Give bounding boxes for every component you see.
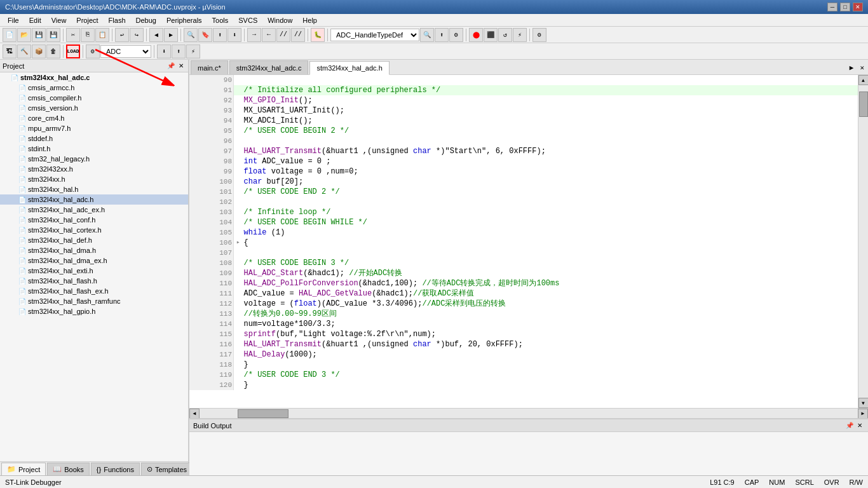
tree-item[interactable]: 📄stm32l4xx_hal_adc_ex.h xyxy=(0,205,188,215)
editor-tab-adc-h[interactable]: stm32l4xx_hal_adc.h xyxy=(309,61,389,75)
pin-icon[interactable]: 📌 xyxy=(166,62,175,71)
build-icon[interactable]: 🏗 xyxy=(3,44,17,58)
uncomment-icon[interactable]: // xyxy=(291,28,305,42)
hscroll-track[interactable] xyxy=(200,409,858,418)
menu-edit[interactable]: Edit xyxy=(24,14,46,26)
target-settings-icon[interactable]: ⚙ xyxy=(86,44,100,58)
navigate-back-icon[interactable]: ◀ xyxy=(149,28,163,42)
erase-icon[interactable]: ⬆ xyxy=(172,44,186,58)
scroll-left-button[interactable]: ◀ xyxy=(189,409,200,419)
scroll-up-button[interactable]: ▲ xyxy=(858,75,869,85)
save-all-icon[interactable]: 💾 xyxy=(46,28,60,42)
run-icon[interactable]: ⬤ xyxy=(469,28,483,42)
tree-item[interactable]: 📄stm32l4xx_hal_flash_ex.h xyxy=(0,286,188,296)
target-dropdown[interactable]: ADC xyxy=(100,45,151,58)
find-icon[interactable]: 🔍 xyxy=(184,28,198,42)
flash-icon[interactable]: ⚡ xyxy=(186,44,200,58)
tree-item[interactable]: 📄cmsis_armcc.h xyxy=(0,83,188,93)
menu-window[interactable]: Window xyxy=(262,14,297,26)
scroll-thumb[interactable] xyxy=(859,92,868,117)
scroll-right-button[interactable]: ▶ xyxy=(858,409,868,419)
tab-scroll-right-icon[interactable]: ▶ xyxy=(846,60,858,74)
tree-item[interactable]: 📄stm32l4xx_hal_dma.h xyxy=(0,245,188,255)
code-area[interactable]: 9091 /* Initialize all configured periph… xyxy=(189,75,858,408)
copy-icon[interactable]: ⎘ xyxy=(81,28,95,42)
save-icon[interactable]: 💾 xyxy=(32,28,46,42)
tree-item[interactable]: 📄stdint.h xyxy=(0,144,188,154)
tab-books[interactable]: 📖 Books xyxy=(47,463,90,475)
tree-item[interactable]: 📄stm32l4xx_hal_dma_ex.h xyxy=(0,255,188,266)
stop-icon[interactable]: ⬛ xyxy=(484,28,498,42)
dropdown-nav-icon[interactable]: ⬆ xyxy=(435,28,449,42)
tree-item[interactable]: 📄cmsis_compiler.h xyxy=(0,93,188,103)
tree-item[interactable]: 📄cmsis_version.h xyxy=(0,103,188,113)
tree-item[interactable]: 📄stm32l4xx_hal_exti.h xyxy=(0,266,188,276)
tree-item[interactable]: 📄stm32l4xx_hal.h xyxy=(0,184,188,194)
hscroll-thumb[interactable] xyxy=(238,409,288,418)
paste-icon[interactable]: 📋 xyxy=(95,28,109,42)
tree-item[interactable]: 📄stm32l4xx_hal_def.h xyxy=(0,235,188,245)
new-file-icon[interactable]: 📄 xyxy=(3,28,17,42)
menu-tools[interactable]: Tools xyxy=(207,14,234,26)
editor-tab-main[interactable]: main.c* xyxy=(191,60,228,74)
maximize-button[interactable]: □ xyxy=(840,3,850,11)
fold-icon[interactable]: ▸ xyxy=(234,238,243,248)
dropdown-search-icon[interactable]: 🔍 xyxy=(420,28,434,42)
dropdown-tools-icon[interactable]: ⚙ xyxy=(449,28,463,42)
open-icon[interactable]: 📂 xyxy=(17,28,31,42)
build-pin-icon[interactable]: 📌 xyxy=(845,421,854,430)
tree-item[interactable]: 📄stm32l4xx_hal_flash.h xyxy=(0,276,188,286)
tree-item[interactable]: 📄stm32l4xx_hal_adc.h xyxy=(0,194,188,205)
unindent-icon[interactable]: ← xyxy=(262,28,276,42)
tree-item[interactable]: 📄stm32l4xx_hal_cortex.h xyxy=(0,225,188,235)
tree-item[interactable]: 📄core_cm4.h xyxy=(0,113,188,123)
horizontal-scrollbar[interactable]: ◀ ▶ xyxy=(189,408,868,418)
menu-file[interactable]: File xyxy=(3,14,24,26)
download-icon[interactable]: ⬇ xyxy=(157,44,171,58)
clean-icon[interactable]: 🗑 xyxy=(46,44,60,58)
menu-help[interactable]: Help xyxy=(297,14,322,26)
minimize-button[interactable]: ─ xyxy=(827,3,837,11)
menu-flash[interactable]: Flash xyxy=(104,14,131,26)
tab-close-icon[interactable]: ✕ xyxy=(857,60,867,74)
tree-item[interactable]: 📄stm32_hal_legacy.h xyxy=(0,154,188,164)
load-icon[interactable]: LOAD xyxy=(66,44,80,58)
power-icon[interactable]: ⚡ xyxy=(513,28,527,42)
tree-item[interactable]: 📄stm32l4xx_hal_gpio.h xyxy=(0,306,188,316)
rebuild-icon[interactable]: 🔨 xyxy=(17,44,31,58)
tab-project[interactable]: 📁 Project xyxy=(1,463,46,475)
close-panel-icon[interactable]: ✕ xyxy=(177,62,186,71)
tab-templates[interactable]: ⊙ Templates xyxy=(141,463,193,475)
menu-debug[interactable]: Debug xyxy=(131,14,161,26)
indent-icon[interactable]: → xyxy=(247,28,261,42)
bookmark-icon[interactable]: 🔖 xyxy=(198,28,212,42)
tree-item[interactable]: 📄stm32l4xx_hal_conf.h xyxy=(0,215,188,225)
navigate-fwd-icon[interactable]: ▶ xyxy=(164,28,178,42)
batch-build-icon[interactable]: 📦 xyxy=(32,44,46,58)
tree-item[interactable]: 📄mpu_armv7.h xyxy=(0,123,188,133)
comment-icon[interactable]: // xyxy=(276,28,290,42)
cut-icon[interactable]: ✂ xyxy=(66,28,80,42)
symbol-dropdown[interactable]: ADC_HandleTypeDef xyxy=(330,29,419,41)
reset-icon[interactable]: ↺ xyxy=(498,28,512,42)
debug-icon[interactable]: 🐛 xyxy=(311,28,325,42)
settings-icon[interactable]: ⚙ xyxy=(532,28,546,42)
tree-item[interactable]: 📄stddef.h xyxy=(0,133,188,144)
menu-view[interactable]: View xyxy=(46,14,72,26)
menu-project[interactable]: Project xyxy=(71,14,103,26)
editor-tab-adc-c[interactable]: stm32l4xx_hal_adc.c xyxy=(229,60,309,74)
tree-item[interactable]: 📄stm32l4xx_hal_adc.c xyxy=(0,72,188,83)
next-bookmark-icon[interactable]: ⬇ xyxy=(227,28,241,42)
tree-item[interactable]: 📄stm32l4xx_hal_flash_ramfunc xyxy=(0,296,188,306)
close-button[interactable]: ✕ xyxy=(853,3,863,11)
build-close-icon[interactable]: ✕ xyxy=(855,421,864,430)
tab-functions[interactable]: {} Functions xyxy=(91,463,140,475)
menu-svcs[interactable]: SVCS xyxy=(233,14,262,26)
menu-peripherals[interactable]: Peripherals xyxy=(161,14,207,26)
tree-item[interactable]: 📄stm32l432xx.h xyxy=(0,164,188,174)
undo-icon[interactable]: ↩ xyxy=(115,28,129,42)
scroll-down-button[interactable]: ▼ xyxy=(858,398,869,408)
redo-icon[interactable]: ↪ xyxy=(130,28,144,42)
prev-bookmark-icon[interactable]: ⬆ xyxy=(213,28,227,42)
vertical-scrollbar[interactable]: ▲ ▼ xyxy=(858,75,868,408)
